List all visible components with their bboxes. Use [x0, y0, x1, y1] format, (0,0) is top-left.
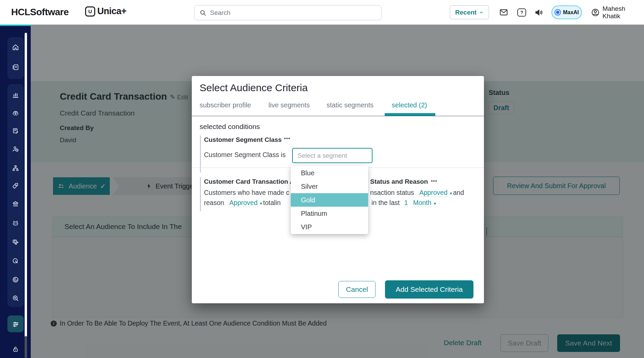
- sidebar-item-form-edit[interactable]: [8, 124, 23, 138]
- period-month-link[interactable]: Month: [413, 199, 431, 207]
- dropdown-caret-icon: [450, 191, 452, 196]
- maxai-orb-icon: [555, 9, 561, 16]
- global-search[interactable]: [194, 5, 382, 20]
- sidebar-item-analytics[interactable]: [8, 87, 23, 102]
- dropdown-caret-icon: [434, 201, 436, 206]
- selected-conditions-heading: selected conditions: [200, 123, 260, 131]
- condition-text: in the last 1 Month: [371, 199, 437, 207]
- sidebar-item-org-chart[interactable]: [8, 161, 23, 176]
- last-count-link[interactable]: 1: [404, 199, 408, 207]
- dropdown-option-silver[interactable]: Silver: [291, 180, 368, 193]
- unica-logo: Unica+: [85, 6, 126, 17]
- sidebar-item-goal-dial[interactable]: [8, 272, 23, 287]
- tab-live-segments[interactable]: live segments: [268, 101, 310, 109]
- condition-text: Customers who have made c: [204, 189, 289, 197]
- recent-dropdown[interactable]: Recent: [450, 5, 489, 19]
- dropdown-option-platinum[interactable]: Platinum: [291, 207, 368, 220]
- sidebar-accent-strip: [0, 25, 31, 26]
- sidebar-item-content-cards[interactable]: [8, 60, 23, 75]
- more-menu-icon[interactable]: •••: [431, 178, 437, 184]
- search-input[interactable]: [210, 9, 365, 17]
- condition-title-left: Customer Card Transaction A: [204, 178, 294, 185]
- sidebar-item-insights-search[interactable]: [8, 291, 23, 306]
- sidebar-item-broadcast[interactable]: [8, 106, 23, 121]
- sidebar-item-user-clock[interactable]: [8, 142, 23, 156]
- dropdown-option-gold[interactable]: Gold: [291, 193, 368, 207]
- sidebar-item-settings-sliders[interactable]: [7, 315, 24, 332]
- active-tab-underline: [385, 113, 435, 116]
- sidebar-item-bank[interactable]: [8, 197, 23, 211]
- dropdown-option-blue[interactable]: Blue: [291, 166, 368, 180]
- maxai-button[interactable]: MaxAI: [551, 5, 582, 19]
- sidebar-item-offer-tag[interactable]: [8, 178, 23, 193]
- text-caret: [486, 227, 487, 235]
- sidebar-item-lock-open[interactable]: [8, 342, 23, 357]
- user-name: Mahesh Khatik: [602, 5, 644, 20]
- sidebar-item-assistant-bot[interactable]: [8, 216, 23, 231]
- segment-select-input[interactable]: [292, 148, 372, 163]
- mail-icon[interactable]: [499, 5, 508, 19]
- tab-divider: [192, 116, 484, 116]
- chevron-down-icon: [479, 10, 484, 15]
- tab-selected[interactable]: selected (2): [392, 101, 427, 109]
- announcement-icon[interactable]: [534, 5, 544, 19]
- status-approved-link[interactable]: Approved: [419, 189, 447, 197]
- modal-title: Select Audience Criteria: [200, 82, 308, 94]
- user-avatar-icon: [591, 8, 600, 17]
- search-icon: [199, 9, 207, 17]
- sidebar-item-home[interactable]: [8, 40, 23, 55]
- condition-row-label: Customer Segment Class is: [204, 151, 286, 159]
- more-menu-icon[interactable]: •••: [284, 135, 290, 141]
- help-icon[interactable]: [517, 5, 526, 19]
- hcl-logo: HCLSoftware: [11, 7, 69, 18]
- tab-subscriber-profile[interactable]: subscriber profile: [200, 101, 251, 109]
- sidebar-item-journey-flow[interactable]: [8, 234, 23, 249]
- reason-approved-link[interactable]: Approved: [229, 199, 257, 207]
- condition-title: Customer Segment Class: [204, 136, 282, 144]
- user-menu[interactable]: Mahesh Khatik: [591, 5, 644, 19]
- add-selected-criteria-button[interactable]: Add Selected Criteria: [385, 280, 473, 299]
- app-root: HCLSoftware Unica+ Recent MaxAI: [0, 0, 644, 358]
- sidebar-scrollbar[interactable]: [25, 33, 27, 358]
- tab-static-segments[interactable]: static segments: [327, 101, 373, 109]
- sidebar-item-click-target[interactable]: [8, 254, 23, 268]
- unica-u-icon: [85, 6, 95, 17]
- condition-text: reason Approvedtotalin: [204, 199, 281, 207]
- dropdown-caret-icon: [260, 201, 262, 206]
- condition-title-right: Status and Reason: [370, 178, 428, 185]
- segment-dropdown-list: Blue Silver Gold Platinum VIP: [291, 166, 368, 234]
- top-header: HCLSoftware Unica+ Recent MaxAI: [0, 0, 644, 25]
- sidebar-nav: [0, 26, 31, 358]
- dropdown-option-vip[interactable]: VIP: [291, 220, 368, 234]
- cancel-button[interactable]: Cancel: [338, 281, 376, 298]
- condition-text: nsaction status Approvedand: [370, 189, 464, 197]
- scrollbar-thumb[interactable]: [25, 336, 27, 358]
